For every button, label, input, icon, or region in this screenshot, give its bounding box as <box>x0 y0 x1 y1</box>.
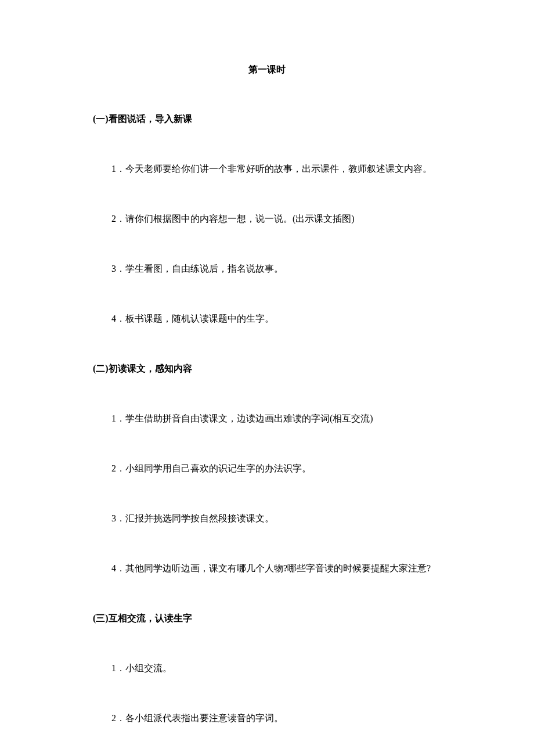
section-3-item-2: 2．各小组派代表指出要注意读音的字词。 <box>93 711 441 725</box>
section-2-item-3: 3．汇报并挑选同学按自然段接读课文。 <box>93 512 441 525</box>
section-1-item-2: 2．请你们根据图中的内容想一想，说一说。(出示课文插图) <box>93 212 441 226</box>
section-3-heading: (三)互相交流，认读生字 <box>93 611 441 625</box>
page-title: 第一课时 <box>93 64 441 76</box>
section-1-item-3: 3．学生看图，自由练说后，指名说故事。 <box>93 262 441 276</box>
section-3-item-1: 1．小组交流。 <box>93 661 441 675</box>
section-2-item-2: 2．小组同学用自己喜欢的识记生字的办法识字。 <box>93 462 441 476</box>
section-2-item-1: 1．学生借助拼音自由读课文，边读边画出难读的字词(相互交流) <box>93 412 441 426</box>
section-2-heading: (二)初读课文，感知内容 <box>93 362 441 376</box>
section-1-heading: (一)看图说话，导入新课 <box>93 112 441 126</box>
section-1-item-1: 1．今天老师要给你们讲一个非常好听的故事，出示课件，教师叙述课文内容。 <box>93 162 441 176</box>
section-1-item-4: 4．板书课题，随机认读课题中的生字。 <box>93 312 441 326</box>
section-2-item-4: 4．其他同学边听边画，课文有哪几个人物?哪些字音读的时候要提醒大家注意? <box>93 561 441 575</box>
